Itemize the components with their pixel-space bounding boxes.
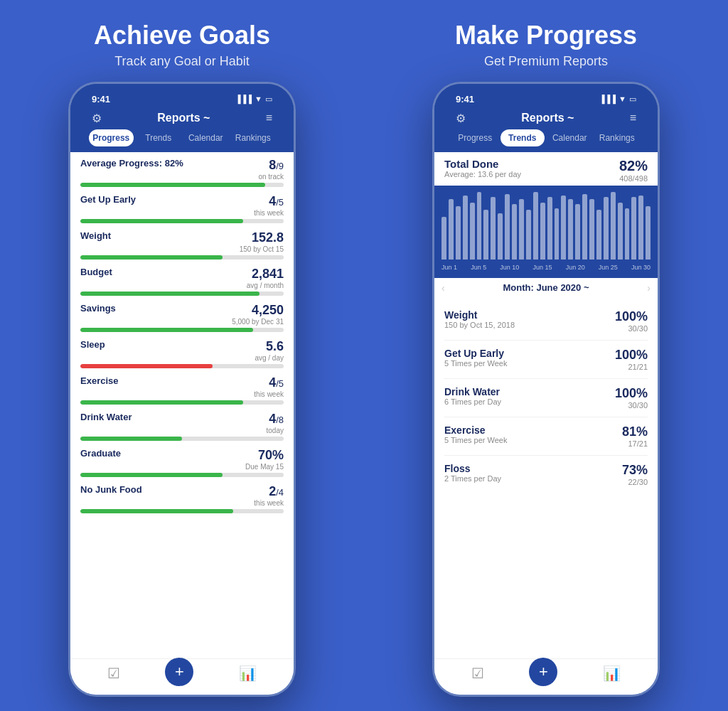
left-tab-trends[interactable]: Trends: [136, 129, 181, 146]
next-month-button[interactable]: ›: [647, 282, 651, 294]
chart-bar: [625, 208, 630, 260]
progress-big: 2/4: [269, 484, 284, 498]
left-chart-icon[interactable]: 📊: [239, 665, 257, 686]
chart-label: Jun 10: [500, 264, 519, 271]
chart-labels: Jun 1Jun 5Jun 10Jun 15Jun 20Jun 25Jun 30: [441, 262, 651, 272]
left-nav-title[interactable]: Reports ~: [157, 112, 210, 124]
progress-bar-fill: [80, 255, 223, 260]
right-settings-icon[interactable]: ⚙: [456, 112, 466, 125]
progress-label: Weight: [80, 230, 111, 241]
report-item-desc: 6 Times per Day: [444, 397, 501, 406]
progress-big: 4/5: [269, 375, 284, 390]
progress-label: Get Up Early: [80, 194, 136, 205]
chart-bar: [519, 199, 524, 260]
report-item-right: 100% 21/21: [615, 348, 648, 371]
progress-bar-bg: [80, 509, 284, 513]
chart-bar: [604, 197, 609, 260]
right-tab-progress[interactable]: Progress: [453, 129, 498, 146]
progress-item: No Junk Food 2/4 this week: [80, 484, 284, 513]
chart-label: Jun 1: [441, 264, 457, 271]
progress-value: 2/4 this week: [254, 484, 284, 507]
chart-bar: [533, 192, 538, 260]
right-tab-rankings[interactable]: Rankings: [595, 129, 640, 146]
progress-bar-bg: [80, 328, 284, 332]
right-title: Make Progress: [455, 21, 637, 50]
report-item-name: Exercise: [444, 424, 507, 436]
month-nav-title[interactable]: Month: June 2020 ~: [503, 282, 589, 293]
report-item-pct: 100%: [615, 348, 648, 362]
report-item-frac: 30/30: [615, 324, 648, 333]
progress-bar-fill: [80, 183, 265, 187]
chart-bar: [449, 199, 454, 260]
chart-bar: [547, 197, 552, 260]
progress-note: this week: [254, 390, 284, 398]
left-add-button[interactable]: +: [165, 658, 193, 686]
progress-item: Budget 2,841 avg / month: [80, 267, 284, 296]
report-item-desc: 5 Times per Week: [444, 436, 507, 444]
right-nav-title[interactable]: Reports ~: [521, 112, 574, 124]
progress-bar-bg: [80, 183, 284, 187]
progress-note: Due May 15: [245, 463, 284, 471]
left-phone-body: Average Progress: 82% 8/9 on track Get U…: [70, 152, 294, 695]
chart-bar: [561, 196, 566, 260]
progress-bar-bg: [80, 437, 284, 441]
progress-big: 2,841: [252, 267, 284, 281]
report-item-pct: 81%: [622, 424, 648, 439]
chart-bar: [512, 204, 517, 260]
progress-big: 8/9: [269, 158, 284, 172]
chart-bar: [631, 197, 636, 260]
progress-bar-bg: [80, 219, 284, 223]
progress-value: 4/5 this week: [254, 375, 284, 398]
progress-label: Exercise: [80, 375, 119, 386]
progress-big: 70%: [258, 448, 284, 462]
left-nav-bar: ⚙ Reports ~ ≡: [82, 106, 282, 129]
chart-bar: [540, 203, 545, 260]
right-battery-icon: ▭: [629, 95, 636, 104]
report-item-pct: 100%: [615, 386, 648, 400]
right-tab-trends[interactable]: Trends: [500, 129, 545, 146]
chart-label: Jun 20: [566, 264, 585, 271]
progress-note: avg / day: [255, 354, 284, 362]
wifi-icon: ▼: [255, 95, 262, 103]
progress-value: 8/9 on track: [258, 158, 284, 181]
left-phone-top: 9:41 ▐▐▐ ▼ ▭ ⚙ Reports ~ ≡ Progress Tren…: [70, 84, 294, 152]
report-item-right: 100% 30/30: [615, 309, 648, 333]
left-tab-calendar[interactable]: Calendar: [183, 129, 228, 146]
left-settings-icon[interactable]: ⚙: [92, 112, 102, 125]
progress-value: 5.6 avg / day: [255, 339, 284, 362]
right-check-icon[interactable]: ☑: [471, 665, 484, 686]
progress-bar-fill: [80, 364, 213, 368]
report-item-left: Exercise 5 Times per Week: [444, 424, 507, 444]
left-tab-rankings[interactable]: Rankings: [231, 129, 276, 146]
chart-label: Jun 15: [532, 264, 552, 271]
report-item-frac: 30/30: [615, 401, 648, 410]
chart-bar: [596, 210, 601, 260]
report-item-pct: 73%: [622, 463, 648, 477]
left-filter-icon[interactable]: ≡: [266, 112, 272, 124]
right-add-button[interactable]: +: [529, 658, 557, 686]
right-wifi-icon: ▼: [619, 95, 626, 103]
chart-bar: [470, 203, 475, 260]
chart-bar: [498, 213, 503, 260]
progress-item: Get Up Early 4/5 this week: [80, 194, 284, 223]
left-subtitle: Track any Goal or Habit: [114, 54, 249, 69]
total-done-frac: 408/498: [619, 174, 648, 183]
progress-item: Exercise 4/5 this week: [80, 375, 284, 405]
progress-value: 152.8 150 by Oct 15: [240, 230, 284, 253]
chart-bar: [618, 203, 623, 260]
progress-value: 4/5 this week: [254, 194, 284, 217]
progress-big: 4/5: [269, 194, 284, 208]
report-item: Get Up Early 5 Times per Week 100% 21/21: [444, 341, 648, 379]
prev-month-button[interactable]: ‹: [441, 282, 445, 294]
progress-note: on track: [258, 173, 284, 181]
chart-area: Jun 1Jun 5Jun 10Jun 15Jun 20Jun 25Jun 30: [434, 186, 658, 278]
right-filter-icon[interactable]: ≡: [630, 112, 636, 124]
chart-bar: [582, 194, 587, 260]
right-chart-icon[interactable]: 📊: [603, 665, 621, 686]
report-item-frac: 21/21: [615, 363, 648, 371]
right-bottom-nav: ☑ + 📊: [434, 658, 658, 695]
left-check-icon[interactable]: ☑: [107, 665, 120, 686]
report-item-frac: 22/30: [622, 478, 648, 486]
right-tab-calendar[interactable]: Calendar: [547, 129, 592, 146]
left-tab-progress[interactable]: Progress: [89, 129, 134, 146]
